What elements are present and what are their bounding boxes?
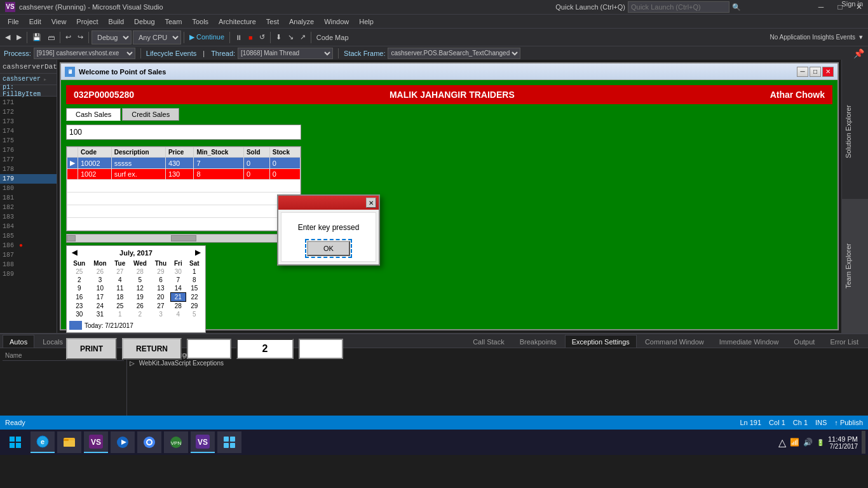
step-over-button[interactable]: ⬇ — [273, 30, 284, 44]
menu-window[interactable]: Window — [319, 15, 354, 29]
start-button[interactable] — [3, 431, 28, 454]
menu-edit[interactable]: Edit — [24, 15, 46, 29]
debug-line-2: ▷ WebKit.JavaScript Exceptions — [130, 359, 865, 367]
taskbar-app7-btn[interactable] — [217, 431, 241, 453]
thread-select[interactable]: [10868] Main Thread — [238, 48, 333, 59]
chrome-icon — [142, 435, 156, 449]
debug-config-dropdown[interactable]: Debug — [92, 30, 132, 44]
code-map-button[interactable]: Code Map — [314, 30, 351, 44]
svg-rect-23 — [230, 443, 235, 448]
insights-dropdown-btn[interactable]: ▾ — [857, 30, 865, 44]
code-editor-panel: cashserverDataS... ✕ cashserver ▸ p1: Fi… — [0, 60, 57, 333]
undo-button[interactable]: ↩ — [63, 30, 74, 44]
close-button[interactable]: ✕ — [850, 0, 868, 14]
pos-input-left[interactable] — [187, 339, 231, 359]
status-col: Col 1 — [769, 419, 785, 426]
team-explorer-tab[interactable]: Team Explorer — [842, 199, 868, 333]
save-button[interactable]: 💾 — [30, 30, 44, 44]
line-171: 171 — [0, 99, 19, 106]
taskbar-media-btn[interactable] — [111, 431, 135, 453]
pin-icon[interactable]: 📌 — [853, 48, 864, 58]
pos-restore-btn[interactable]: □ — [810, 67, 821, 77]
stop-button[interactable]: ■ — [246, 30, 255, 44]
stack-frame-select[interactable]: cashserver.POS.BarSearch_TextChanged — [388, 48, 520, 59]
battery-icon[interactable]: 🔋 — [817, 439, 824, 446]
line-178: 178 — [0, 166, 19, 173]
status-publish[interactable]: ↑ Publish — [834, 419, 863, 426]
clock-time: 11:49 PM — [828, 435, 858, 443]
pos-input-right[interactable] — [299, 339, 343, 359]
svg-text:e: e — [41, 438, 44, 445]
svg-text:VS: VS — [198, 438, 208, 447]
vs-logo-icon: VS — [5, 2, 15, 12]
print-button[interactable]: PRINT — [66, 338, 117, 360]
menu-view[interactable]: View — [46, 15, 72, 29]
pos-close-btn[interactable]: ✕ — [822, 67, 834, 77]
pause-button[interactable]: ⏸ — [233, 30, 245, 44]
menu-team[interactable]: Team — [160, 15, 187, 29]
menu-bar: File Edit View Project Build Debug Team … — [0, 14, 868, 28]
back-button[interactable]: ◀ — [3, 30, 13, 44]
menu-test[interactable]: Test — [261, 15, 284, 29]
modal-ok-button[interactable]: OK — [307, 241, 350, 256]
menu-analyze[interactable]: Analyze — [284, 15, 319, 29]
editor-tab-label[interactable]: cashserverDataS... — [3, 63, 57, 71]
pos-minimize-btn[interactable]: ─ — [797, 67, 808, 77]
lifecycle-label: Lifecycle Events — [146, 50, 196, 57]
menu-help[interactable]: Help — [354, 15, 379, 29]
restore-button[interactable]: □ — [831, 0, 849, 14]
minimize-button[interactable]: ─ — [812, 0, 830, 14]
no-insights-label: No Application Insights Events — [770, 34, 855, 41]
toolbar-separator-7 — [311, 32, 311, 43]
pos-window-icon: 🖥 — [65, 67, 75, 77]
show-desktop-icon[interactable]: △ — [778, 437, 786, 449]
forward-button[interactable]: ▶ — [14, 30, 24, 44]
menu-architecture[interactable]: Architecture — [214, 15, 261, 29]
tab-autos[interactable]: Autos — [3, 335, 34, 348]
taskbar-app6-btn[interactable]: VS — [191, 431, 215, 453]
save-all-button[interactable]: 🗃 — [45, 30, 57, 44]
line-187: 187 — [0, 252, 19, 259]
solution-explorer-tab[interactable]: Solution Explorer — [842, 65, 868, 199]
process-select[interactable]: [9196] cashserver.vshost.exe — [34, 48, 135, 59]
menu-build[interactable]: Build — [104, 15, 129, 29]
taskbar-app5-btn[interactable]: VPN — [164, 431, 188, 453]
svg-rect-8 — [64, 439, 69, 441]
return-button[interactable]: RETURN — [122, 338, 182, 360]
menu-tools[interactable]: Tools — [187, 15, 214, 29]
quick-launch-label: Quick Launch (Ctrl+Q) — [555, 3, 625, 11]
taskbar-explorer-btn[interactable] — [57, 431, 81, 453]
line-180: 180 — [0, 185, 19, 192]
expand-icon-2[interactable]: ▷ — [130, 360, 135, 367]
explorer-icon — [62, 435, 76, 449]
restart-button[interactable]: ↺ — [257, 30, 268, 44]
toolbar-separator-2 — [60, 32, 60, 43]
clock-area[interactable]: 11:49 PM 7/21/2017 — [828, 435, 858, 450]
tab-locals[interactable]: Locals — [36, 335, 70, 348]
menu-debug[interactable]: Debug — [129, 15, 159, 29]
show-desktop-btn[interactable] — [862, 431, 865, 454]
quick-launch-input[interactable] — [628, 1, 729, 13]
line-179: 179 — [0, 175, 19, 182]
svg-rect-20 — [224, 437, 229, 442]
step-into-button[interactable]: ↘ — [285, 30, 296, 44]
continue-button[interactable]: ▶ Continue — [187, 30, 227, 44]
line-175: 175 — [0, 137, 19, 144]
network-icon[interactable]: 📶 — [790, 438, 799, 447]
cpu-config-dropdown[interactable]: Any CPU — [133, 30, 181, 44]
volume-icon[interactable]: 🔊 — [803, 438, 813, 447]
taskbar-vs-btn[interactable]: VS — [84, 431, 108, 453]
taskbar-ie-btn[interactable]: e — [31, 431, 55, 453]
menu-file[interactable]: File — [3, 15, 24, 29]
modal-close-button[interactable]: ✕ — [366, 198, 376, 208]
redo-button[interactable]: ↪ — [75, 30, 86, 44]
breadcrumb-sep: ▸ — [43, 76, 47, 83]
menu-project[interactable]: Project — [71, 15, 103, 29]
taskbar-chrome-btn[interactable] — [137, 431, 161, 453]
pos-bottom-bar: PRINT RETURN 2 — [66, 338, 832, 360]
line-176: 176 — [0, 147, 19, 154]
toolbar-separator — [27, 32, 27, 43]
toolbar-separator-3 — [88, 32, 89, 43]
breadcrumb-item[interactable]: cashserver — [3, 76, 41, 83]
step-out-button[interactable]: ↗ — [297, 30, 308, 44]
